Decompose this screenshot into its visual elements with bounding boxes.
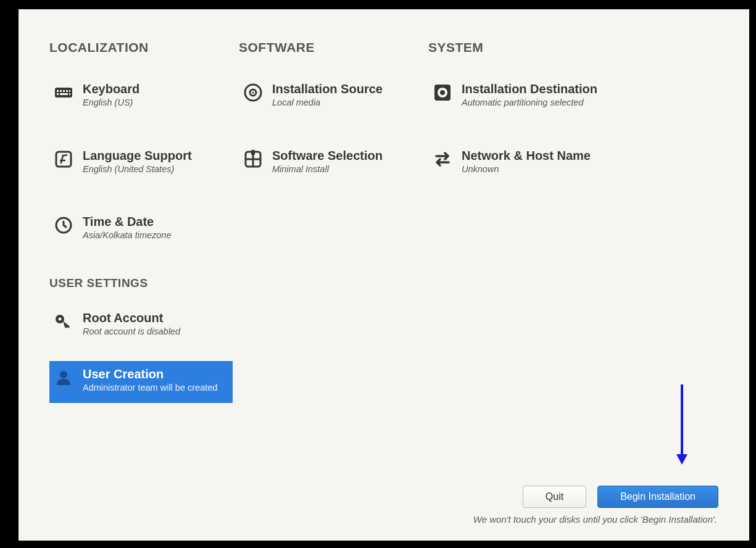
svg-rect-4 — [66, 90, 68, 92]
system-column: SYSTEM Installation Destination Automati… — [428, 40, 612, 486]
network-spoke[interactable]: Network & Host Name Unknown — [428, 144, 612, 181]
language-status: English (United States) — [83, 164, 192, 176]
destination-status: Automatic partitioning selected — [462, 97, 597, 109]
source-status: Local media — [272, 97, 383, 109]
root-status: Root account is disabled — [83, 326, 180, 338]
svg-point-14 — [60, 371, 67, 378]
svg-point-13 — [59, 317, 62, 320]
svg-rect-9 — [56, 152, 71, 167]
package-icon — [243, 149, 264, 170]
selection-status: Minimal Install — [272, 164, 383, 176]
user-creation-title: User Creation — [83, 367, 217, 381]
svg-point-22 — [440, 90, 445, 95]
svg-rect-8 — [69, 93, 70, 95]
language-icon — [53, 149, 74, 170]
user-creation-spoke[interactable]: User Creation Administrator team will be… — [49, 361, 233, 403]
svg-rect-10 — [65, 154, 67, 156]
destination-title: Installation Destination — [462, 82, 597, 96]
quit-button[interactable]: Quit — [523, 486, 586, 508]
installation-destination-spoke[interactable]: Installation Destination Automatic parti… — [428, 77, 612, 114]
begin-installation-button[interactable]: Begin Installation — [597, 486, 718, 508]
network-status: Unknown — [462, 164, 591, 176]
action-buttons: Quit Begin Installation — [523, 486, 718, 508]
installer-summary-screen: LOCALIZATION Keyboard English (US) Langu… — [19, 9, 749, 541]
user-settings-header: USER SETTINGS — [49, 276, 233, 290]
software-header: SOFTWARE — [239, 40, 422, 55]
disclaimer-text: We won't touch your disks until you clic… — [473, 514, 718, 525]
svg-rect-0 — [55, 88, 72, 98]
selection-title: Software Selection — [272, 149, 383, 163]
root-account-spoke[interactable]: Root Account Root account is disabled — [49, 306, 233, 343]
root-title: Root Account — [83, 311, 180, 325]
clock-icon — [53, 215, 74, 236]
key-icon — [53, 311, 74, 332]
network-title: Network & Host Name — [462, 149, 591, 163]
time-title: Time & Date — [83, 215, 171, 229]
network-icon — [432, 149, 453, 170]
time-date-spoke[interactable]: Time & Date Asia/Kolkata timezone — [49, 210, 233, 247]
svg-rect-7 — [60, 93, 68, 95]
keyboard-title: Keyboard — [83, 82, 139, 96]
svg-rect-3 — [63, 90, 65, 92]
user-icon — [53, 367, 74, 388]
time-status: Asia/Kolkata timezone — [83, 230, 171, 242]
svg-rect-6 — [57, 93, 59, 95]
disk-icon — [432, 82, 453, 103]
keyboard-status: English (US) — [83, 97, 139, 109]
summary-columns: LOCALIZATION Keyboard English (US) Langu… — [49, 40, 718, 486]
source-title: Installation Source — [272, 82, 383, 96]
footer: Quit Begin Installation We won't touch y… — [49, 486, 718, 528]
svg-rect-1 — [57, 90, 59, 92]
keyboard-spoke[interactable]: Keyboard English (US) — [49, 77, 233, 114]
installation-source-spoke[interactable]: Installation Source Local media — [239, 77, 422, 114]
localization-column: LOCALIZATION Keyboard English (US) Langu… — [49, 40, 233, 486]
user-creation-status: Administrator team will be created — [83, 382, 217, 394]
svg-rect-2 — [60, 90, 62, 92]
system-header: SYSTEM — [428, 40, 612, 55]
software-column: SOFTWARE Installation Source Local media… — [239, 40, 422, 486]
software-selection-spoke[interactable]: Software Selection Minimal Install — [239, 144, 422, 181]
svg-point-17 — [252, 92, 254, 94]
keyboard-icon — [53, 82, 74, 103]
localization-header: LOCALIZATION — [49, 40, 233, 55]
language-title: Language Support — [83, 149, 192, 163]
svg-rect-19 — [251, 150, 255, 155]
svg-rect-5 — [69, 90, 70, 92]
disc-icon — [243, 82, 264, 103]
language-support-spoke[interactable]: Language Support English (United States) — [49, 144, 233, 181]
